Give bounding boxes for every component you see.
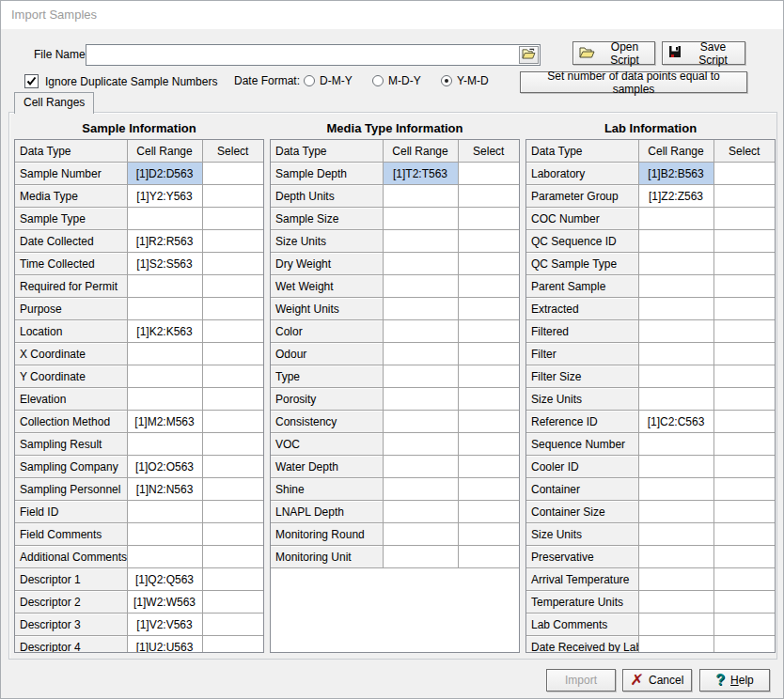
select-cell[interactable]: [713, 546, 775, 568]
data-type-cell[interactable]: Descriptor 4: [15, 636, 127, 654]
select-cell[interactable]: [713, 253, 775, 275]
cell-range-cell[interactable]: [1]Z2:Z563: [638, 185, 713, 208]
select-cell[interactable]: [713, 320, 775, 343]
select-cell[interactable]: [713, 208, 775, 230]
data-type-cell[interactable]: Date Collected: [15, 230, 127, 253]
radio-d-m-y[interactable]: D-M-Y: [304, 74, 362, 87]
select-cell[interactable]: [202, 501, 263, 523]
cell-range-cell[interactable]: [1]U2:U563: [127, 636, 202, 654]
cell-range-cell[interactable]: [1]K2:K563: [127, 320, 202, 343]
data-type-cell[interactable]: Required for Permit: [15, 275, 127, 298]
data-type-cell[interactable]: Y Coordinate: [15, 365, 127, 388]
select-cell[interactable]: [458, 433, 519, 456]
cell-range-cell[interactable]: [638, 433, 713, 456]
cell-range-cell[interactable]: [638, 230, 713, 253]
select-cell[interactable]: [458, 388, 519, 411]
cell-range-cell[interactable]: [638, 501, 713, 523]
select-cell[interactable]: [713, 365, 775, 388]
data-type-cell[interactable]: Descriptor 3: [15, 614, 127, 636]
select-cell[interactable]: [202, 614, 263, 636]
select-cell[interactable]: [458, 185, 519, 208]
select-cell[interactable]: [202, 546, 263, 568]
cell-range-cell[interactable]: [1]B2:B563: [638, 163, 713, 185]
data-type-cell[interactable]: Cooler ID: [526, 456, 638, 478]
cell-range-cell[interactable]: [638, 275, 713, 298]
data-type-cell[interactable]: Color: [271, 320, 383, 343]
select-cell[interactable]: [202, 568, 263, 591]
radio-y-m-d[interactable]: Y-M-D: [441, 74, 499, 87]
cell-range-cell[interactable]: [383, 298, 458, 320]
tab-cell-ranges[interactable]: Cell Ranges: [14, 92, 94, 114]
cell-range-cell[interactable]: [383, 208, 458, 230]
data-type-cell[interactable]: Porosity: [271, 388, 383, 411]
cell-range-cell[interactable]: [1]O2:O563: [127, 456, 202, 478]
cell-range-cell[interactable]: [638, 298, 713, 320]
select-cell[interactable]: [458, 501, 519, 523]
select-cell[interactable]: [202, 343, 263, 365]
cell-range-cell[interactable]: [383, 411, 458, 433]
save-script-button[interactable]: Save Script: [662, 41, 745, 65]
select-cell[interactable]: [458, 208, 519, 230]
select-cell[interactable]: [713, 523, 775, 546]
cell-range-cell[interactable]: [638, 636, 713, 654]
select-cell[interactable]: [713, 591, 775, 614]
cell-range-cell[interactable]: [638, 365, 713, 388]
data-type-cell[interactable]: Media Type: [15, 185, 127, 208]
data-type-cell[interactable]: Temperature Units: [526, 591, 638, 614]
select-cell[interactable]: [713, 456, 775, 478]
select-cell[interactable]: [202, 163, 263, 185]
cell-range-cell[interactable]: [638, 456, 713, 478]
cell-range-cell[interactable]: [638, 388, 713, 411]
open-script-button[interactable]: Open Script: [572, 41, 655, 65]
select-cell[interactable]: [713, 568, 775, 591]
select-cell[interactable]: [458, 298, 519, 320]
data-type-cell[interactable]: Container Size: [526, 501, 638, 523]
ignore-duplicates-checkbox[interactable]: Ignore Duplicate Sample Numbers: [24, 74, 217, 88]
browse-button[interactable]: [519, 46, 539, 64]
cell-range-cell[interactable]: [127, 546, 202, 568]
select-cell[interactable]: [713, 185, 775, 208]
cell-range-cell[interactable]: [1]M2:M563: [127, 411, 202, 433]
select-cell[interactable]: [458, 365, 519, 388]
data-type-cell[interactable]: COC Number: [526, 208, 638, 230]
select-cell[interactable]: [713, 478, 775, 501]
data-type-cell[interactable]: Size Units: [526, 523, 638, 546]
data-type-cell[interactable]: Container: [526, 478, 638, 501]
data-type-cell[interactable]: Wet Weight: [271, 275, 383, 298]
select-cell[interactable]: [713, 230, 775, 253]
cell-range-cell[interactable]: [1]S2:S563: [127, 253, 202, 275]
data-type-cell[interactable]: Dry Weight: [271, 253, 383, 275]
data-type-cell[interactable]: Sequence Number: [526, 433, 638, 456]
data-type-cell[interactable]: Laboratory: [526, 163, 638, 185]
select-cell[interactable]: [202, 208, 263, 230]
select-cell[interactable]: [458, 253, 519, 275]
cell-range-cell[interactable]: [127, 388, 202, 411]
data-type-cell[interactable]: Type: [271, 365, 383, 388]
select-cell[interactable]: [458, 456, 519, 478]
data-type-cell[interactable]: X Coordinate: [15, 343, 127, 365]
data-type-cell[interactable]: Filter: [526, 343, 638, 365]
select-cell[interactable]: [713, 275, 775, 298]
data-type-cell[interactable]: Descriptor 1: [15, 568, 127, 591]
data-type-cell[interactable]: Additional Comments: [15, 546, 127, 568]
cell-range-cell[interactable]: [638, 591, 713, 614]
select-cell[interactable]: [713, 433, 775, 456]
select-cell[interactable]: [202, 411, 263, 433]
file-name-input[interactable]: [87, 46, 522, 64]
cell-range-cell[interactable]: [127, 275, 202, 298]
cell-range-cell[interactable]: [383, 546, 458, 568]
data-type-cell[interactable]: Sample Size: [271, 208, 383, 230]
data-type-cell[interactable]: Filtered: [526, 320, 638, 343]
cell-range-cell[interactable]: [383, 185, 458, 208]
select-cell[interactable]: [202, 523, 263, 546]
select-cell[interactable]: [202, 388, 263, 411]
cell-range-cell[interactable]: [1]W2:W563: [127, 591, 202, 614]
data-type-cell[interactable]: Consistency: [271, 411, 383, 433]
select-cell[interactable]: [713, 343, 775, 365]
cell-range-cell[interactable]: [638, 253, 713, 275]
data-type-cell[interactable]: Elevation: [15, 388, 127, 411]
cell-range-cell[interactable]: [1]V2:V563: [127, 614, 202, 636]
data-type-cell[interactable]: Weight Units: [271, 298, 383, 320]
select-cell[interactable]: [202, 478, 263, 501]
data-type-cell[interactable]: Date Received by Lab: [526, 636, 638, 654]
